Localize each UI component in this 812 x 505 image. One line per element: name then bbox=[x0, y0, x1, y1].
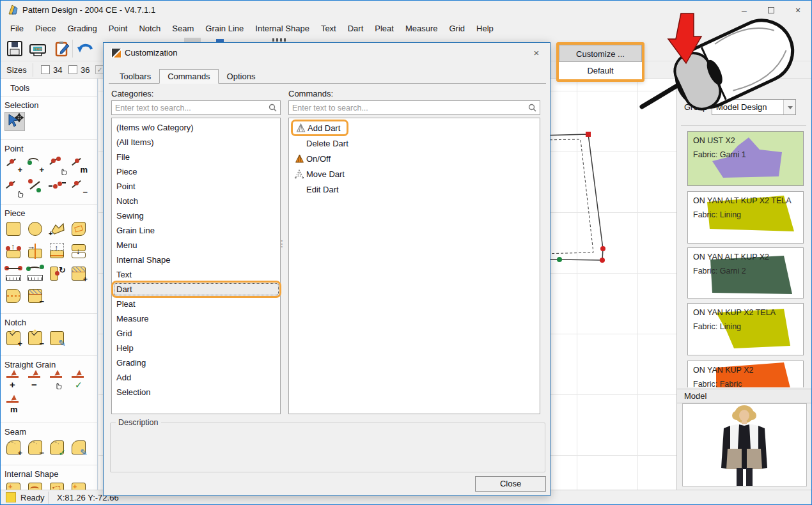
category-item[interactable]: Internal Shape bbox=[112, 252, 280, 267]
context-menu-customize[interactable]: Customize ... bbox=[559, 45, 642, 62]
tool-point-move[interactable] bbox=[48, 155, 66, 173]
tool-internal-delete[interactable]: − bbox=[48, 481, 66, 490]
tool-point-divide[interactable] bbox=[26, 178, 44, 196]
tool-point-align[interactable] bbox=[48, 178, 66, 196]
plot-button[interactable]: TRN bbox=[27, 38, 48, 59]
category-item[interactable]: Text bbox=[112, 267, 280, 282]
command-item-edit-dart[interactable]: Edit Dart bbox=[289, 182, 540, 197]
tool-internal-add[interactable]: ++ bbox=[4, 481, 22, 490]
tool-grain-add[interactable]: + bbox=[4, 371, 22, 389]
tool-notch-edit[interactable]: ✎ bbox=[48, 329, 66, 347]
tool-seam-delete[interactable]: − bbox=[26, 439, 44, 456]
command-item-add-dart[interactable]: Add Dart bbox=[289, 120, 540, 136]
tool-grain-measure[interactable]: m bbox=[4, 396, 22, 414]
group-dropdown[interactable]: Model Design bbox=[712, 99, 796, 115]
minimize-button[interactable]: – bbox=[731, 1, 758, 20]
tool-grain-move[interactable] bbox=[48, 371, 66, 389]
tool-piece-add-seam-hatch[interactable]: + bbox=[70, 265, 88, 283]
tool-piece-edit-contour[interactable]: ↑ bbox=[4, 242, 22, 260]
category-item[interactable]: Menu bbox=[112, 238, 280, 252]
tool-notch-delete[interactable]: − bbox=[26, 329, 44, 347]
category-item[interactable]: (All Items) bbox=[112, 135, 280, 150]
tool-point-add[interactable]: + bbox=[4, 155, 22, 173]
dialog-close-button[interactable]: Close bbox=[475, 476, 546, 492]
chevron-down-icon[interactable] bbox=[783, 100, 795, 114]
tool-piece-rectangle[interactable] bbox=[4, 220, 22, 238]
piece-card-on-yan-alt-kup-tela[interactable]: ON YAN ALT KUP X2 TELA Fabric: Lining bbox=[687, 191, 804, 244]
category-item[interactable]: File bbox=[112, 150, 280, 164]
tool-internal-move[interactable]: + bbox=[70, 481, 88, 490]
tool-internal-add-curve[interactable]: + bbox=[26, 481, 44, 490]
tab-commands[interactable]: Commands bbox=[159, 69, 218, 84]
category-item[interactable]: Help bbox=[112, 341, 280, 355]
command-item-delete-dart[interactable]: Delete Dart bbox=[289, 136, 540, 151]
tool-point-delete[interactable]: − bbox=[70, 178, 88, 196]
dialog-close-icon[interactable]: × bbox=[529, 46, 543, 60]
tool-grain-check[interactable]: ✓ bbox=[70, 371, 88, 389]
tool-piece-circle[interactable] bbox=[26, 220, 44, 238]
commands-list[interactable]: Add Dart Delete Dart On/Off Move Dart bbox=[288, 118, 540, 414]
model-photo[interactable] bbox=[682, 403, 807, 486]
categories-list[interactable]: (Items w/o Category) (All Items) File Pi… bbox=[111, 118, 281, 414]
tool-piece-extract[interactable]: ↑ bbox=[48, 242, 66, 260]
tool-select[interactable] bbox=[4, 112, 25, 131]
tool-point-measure[interactable]: m bbox=[70, 155, 88, 173]
close-window-button[interactable]: × bbox=[785, 1, 811, 20]
menu-measure[interactable]: Measure bbox=[400, 21, 444, 36]
piece-card-on-yan-kup-tela[interactable]: ON YAN KUP X2 TELA Fabric: Lining bbox=[687, 303, 804, 355]
category-item[interactable]: Grain Line bbox=[112, 223, 280, 238]
tool-notch-add[interactable]: + bbox=[4, 329, 22, 347]
category-item[interactable]: Grading bbox=[112, 355, 280, 370]
search-icon[interactable] bbox=[528, 104, 536, 112]
tool-point-select-hand[interactable] bbox=[4, 178, 22, 196]
category-item[interactable]: Sewing bbox=[112, 208, 280, 223]
tool-point-add-on-curve[interactable]: + bbox=[26, 155, 44, 173]
tool-piece-facing[interactable] bbox=[4, 287, 22, 305]
tool-piece-freeform[interactable]: + bbox=[48, 220, 66, 238]
commands-search-input[interactable] bbox=[292, 102, 525, 114]
tool-piece-measure-curve[interactable] bbox=[26, 265, 44, 283]
menu-piece[interactable]: Piece bbox=[29, 21, 62, 36]
menu-grid[interactable]: Grid bbox=[444, 21, 471, 36]
menu-grading[interactable]: Grading bbox=[61, 21, 102, 36]
category-item[interactable]: Notch bbox=[112, 194, 280, 208]
menu-notch[interactable]: Notch bbox=[133, 21, 166, 36]
tool-seam-add[interactable]: + bbox=[4, 439, 22, 456]
piece-card-on-ust[interactable]: ON UST X2 Fabric: Garni 1 bbox=[687, 131, 804, 186]
category-item[interactable]: Grid bbox=[112, 326, 280, 341]
context-menu-default[interactable]: Default bbox=[559, 62, 642, 79]
panel-splitter-handle[interactable]: ⋮ bbox=[277, 242, 286, 245]
tab-options[interactable]: Options bbox=[219, 69, 264, 84]
category-item-selected[interactable]: Dart bbox=[111, 281, 281, 298]
undo-button[interactable] bbox=[75, 38, 95, 59]
menu-pleat[interactable]: Pleat bbox=[369, 21, 400, 36]
piece-card-on-yan-kup[interactable]: ON YAN KUP X2 Fabric: Fabric bbox=[687, 361, 804, 387]
tool-piece-split[interactable]: → bbox=[26, 242, 44, 260]
menu-internal-shape[interactable]: Internal Shape bbox=[249, 21, 315, 36]
menu-file[interactable]: File bbox=[4, 21, 29, 36]
categories-search-input[interactable] bbox=[115, 102, 265, 114]
category-item[interactable]: Piece bbox=[112, 164, 280, 179]
tool-grain-delete[interactable]: − bbox=[26, 371, 44, 389]
tool-piece-remove-hatch[interactable]: − bbox=[26, 287, 44, 305]
piece-card-on-yan-alt-kup[interactable]: ON YAN ALT KUP X2 Fabric: Garni 2 bbox=[687, 247, 804, 299]
category-item[interactable]: Selection bbox=[112, 385, 280, 400]
save-button[interactable] bbox=[4, 38, 25, 59]
size-34-checkbox[interactable] bbox=[41, 65, 50, 74]
tool-seam-edit[interactable]: ✎ bbox=[70, 439, 88, 456]
menu-grain-line[interactable]: Grain Line bbox=[199, 21, 249, 36]
search-icon[interactable] bbox=[269, 104, 277, 112]
category-item[interactable]: Pleat bbox=[112, 297, 280, 311]
menu-point[interactable]: Point bbox=[103, 21, 134, 36]
category-item[interactable]: (Items w/o Category) bbox=[112, 120, 280, 135]
category-item[interactable]: Measure bbox=[112, 311, 280, 326]
tool-piece-merge[interactable]: ↓ bbox=[70, 242, 88, 260]
notes-button[interactable] bbox=[52, 38, 72, 59]
toolbar-partial-icon-2[interactable] bbox=[272, 38, 286, 42]
tool-piece-with-internal[interactable] bbox=[70, 220, 88, 238]
menu-seam[interactable]: Seam bbox=[166, 21, 199, 36]
category-item[interactable]: Add bbox=[112, 370, 280, 385]
maximize-button[interactable] bbox=[758, 1, 785, 20]
tool-seam-check[interactable]: ✓ bbox=[48, 439, 66, 456]
command-item-move-dart[interactable]: Move Dart bbox=[289, 166, 540, 182]
